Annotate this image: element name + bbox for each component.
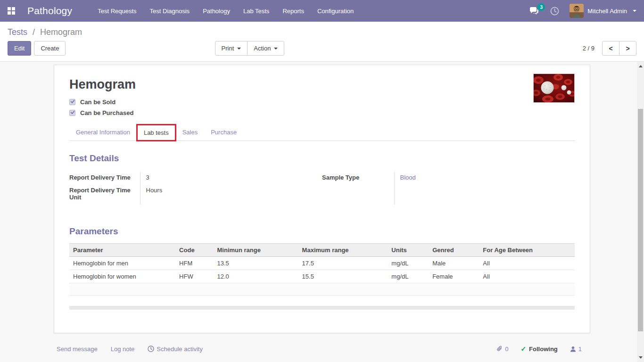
print-label: Print bbox=[222, 45, 234, 52]
tab-lab-tests[interactable]: Lab tests bbox=[137, 124, 176, 141]
apps-menu-icon[interactable] bbox=[8, 7, 15, 15]
messages-icon[interactable]: 3 bbox=[529, 7, 540, 15]
table-cell: Female bbox=[429, 270, 479, 283]
table-cell: HFM bbox=[175, 257, 213, 270]
scrollbar-up-arrow[interactable] bbox=[637, 63, 644, 70]
table-cell: 13.5 bbox=[214, 257, 298, 270]
table-cell: HFW bbox=[175, 270, 213, 283]
print-dropdown-button[interactable]: Print bbox=[215, 41, 248, 56]
activities-icon[interactable] bbox=[550, 7, 559, 16]
scrollbar-thumb[interactable] bbox=[638, 109, 643, 331]
tab-lab-tests-label: Lab tests bbox=[144, 129, 169, 136]
breadcrumb: Tests / Hemogram bbox=[8, 25, 636, 41]
column-header-gender[interactable]: Genred bbox=[429, 244, 479, 257]
action-label: Action bbox=[254, 45, 271, 52]
breadcrumb-current: Hemogram bbox=[40, 27, 82, 37]
clock-icon bbox=[550, 7, 559, 16]
table-cell: mg/dL bbox=[388, 257, 429, 270]
table-cell: Hemoglobin for men bbox=[69, 257, 175, 270]
pager-previous-button[interactable]: < bbox=[602, 41, 619, 56]
user-avatar bbox=[570, 4, 584, 18]
menu-configuration[interactable]: Configuration bbox=[311, 1, 360, 21]
breadcrumb-tests-link[interactable]: Tests bbox=[8, 27, 27, 37]
chevron-down-icon bbox=[237, 48, 241, 49]
send-message-link[interactable]: Send message bbox=[57, 346, 98, 353]
table-cell: Hemoglobin for women bbox=[69, 270, 175, 283]
chevron-down-icon bbox=[633, 10, 636, 12]
schedule-activity-link[interactable]: Schedule activity bbox=[148, 346, 203, 353]
following-button[interactable]: ✓ Following bbox=[520, 345, 557, 353]
attachments-button[interactable]: 0 bbox=[496, 346, 508, 353]
person-icon bbox=[570, 346, 576, 352]
table-cell: mg/dL bbox=[388, 270, 429, 283]
can-be-purchased-label: Can be Purchased bbox=[80, 109, 133, 116]
user-name: Mitchell Admin bbox=[587, 8, 627, 15]
action-dropdown-button[interactable]: Action bbox=[247, 41, 284, 56]
form-sheet: Hemogram Can be Sold Can be Purchased bbox=[54, 65, 590, 333]
send-message-label: Send message bbox=[57, 346, 98, 353]
vertical-scrollbar[interactable] bbox=[637, 62, 644, 362]
can-be-sold-row: Can be Sold bbox=[69, 99, 575, 106]
report-delivery-time-unit-value: Hours bbox=[140, 185, 322, 205]
menu-lab-tests[interactable]: Lab Tests bbox=[237, 1, 276, 21]
tab-sales[interactable]: Sales bbox=[176, 124, 205, 141]
breadcrumb-separator: / bbox=[33, 27, 35, 37]
edit-button[interactable]: Edit bbox=[8, 41, 31, 56]
table-cell: 17.5 bbox=[298, 257, 388, 270]
scrollbar-down-arrow[interactable] bbox=[637, 354, 644, 361]
menu-test-diagnosis[interactable]: Test Diagnosis bbox=[143, 1, 197, 21]
table-row[interactable]: Hemoglobin for men HFM 13.5 17.5 mg/dL M… bbox=[69, 257, 575, 270]
paperclip-icon bbox=[496, 346, 503, 352]
tab-general-information[interactable]: General Information bbox=[69, 124, 137, 141]
sample-type-value-link[interactable]: Blood bbox=[394, 172, 575, 205]
table-cell: Male bbox=[429, 257, 479, 270]
menu-reports[interactable]: Reports bbox=[276, 1, 311, 21]
record-title: Hemogram bbox=[69, 77, 575, 92]
can-be-purchased-checkbox[interactable] bbox=[69, 110, 75, 116]
create-button[interactable]: Create bbox=[34, 41, 66, 56]
lab-tests-tab-content: Test Details Report Delivery Time 3 Repo… bbox=[69, 141, 575, 310]
menu-test-requests[interactable]: Test Requests bbox=[91, 1, 143, 21]
column-header-parameter[interactable]: Parameter bbox=[69, 244, 175, 257]
menu-pathology[interactable]: Pathology bbox=[196, 1, 237, 21]
notebook-tabs: General Information Lab tests Sales Purc… bbox=[69, 124, 575, 141]
log-note-label: Log note bbox=[111, 346, 135, 353]
chatter-bar: Send message Log note Schedule activity … bbox=[0, 336, 644, 362]
parameters-heading: Parameters bbox=[69, 226, 575, 237]
messages-count-badge: 3 bbox=[537, 3, 545, 11]
app-brand[interactable]: Pathology bbox=[27, 5, 72, 16]
followers-count: 1 bbox=[578, 346, 582, 353]
table-row[interactable]: Hemoglobin for women HFW 12.0 15.5 mg/dL… bbox=[69, 270, 575, 283]
can-be-purchased-row: Can be Purchased bbox=[69, 109, 575, 116]
pager-counter: 2 / 9 bbox=[583, 45, 594, 52]
test-details-heading: Test Details bbox=[69, 153, 575, 164]
tab-purchase[interactable]: Purchase bbox=[204, 124, 243, 141]
table-empty-row bbox=[69, 283, 575, 296]
pager-next-button[interactable]: > bbox=[619, 41, 636, 56]
top-navbar: Pathology Test Requests Test Diagnosis P… bbox=[0, 0, 644, 22]
check-icon: ✓ bbox=[520, 345, 526, 353]
log-note-link[interactable]: Log note bbox=[111, 346, 135, 353]
followers-button[interactable]: 1 bbox=[570, 346, 582, 353]
sample-type-label: Sample Type bbox=[322, 172, 394, 205]
column-header-minimum-range[interactable]: Minimun range bbox=[214, 244, 298, 257]
report-delivery-time-label: Report Delivery Time bbox=[69, 172, 140, 185]
following-label: Following bbox=[529, 346, 558, 353]
table-cell: All bbox=[479, 270, 575, 283]
parameters-table: Parameter Code Minimun range Maximum ran… bbox=[69, 243, 575, 296]
column-header-code[interactable]: Code bbox=[175, 244, 213, 257]
report-delivery-time-unit-label: Report Delivery Time Unit bbox=[69, 185, 140, 205]
column-header-for-age-between[interactable]: For Age Between bbox=[479, 244, 575, 257]
field-group-left: Report Delivery Time 3 Report Delivery T… bbox=[69, 172, 322, 205]
horizontal-scroll-strip[interactable] bbox=[69, 306, 575, 310]
table-cell: 12.0 bbox=[214, 270, 298, 283]
table-header-row: Parameter Code Minimun range Maximum ran… bbox=[69, 244, 575, 257]
can-be-sold-checkbox[interactable] bbox=[69, 99, 75, 105]
control-panel: Tests / Hemogram Edit Create Print Actio… bbox=[0, 22, 644, 62]
user-menu[interactable]: Mitchell Admin bbox=[570, 4, 636, 18]
schedule-activity-label: Schedule activity bbox=[157, 346, 203, 353]
column-header-maximum-range[interactable]: Maximum range bbox=[298, 244, 388, 257]
attachments-count: 0 bbox=[505, 346, 508, 353]
column-header-units[interactable]: Units bbox=[388, 244, 429, 257]
clock-icon bbox=[148, 346, 154, 352]
